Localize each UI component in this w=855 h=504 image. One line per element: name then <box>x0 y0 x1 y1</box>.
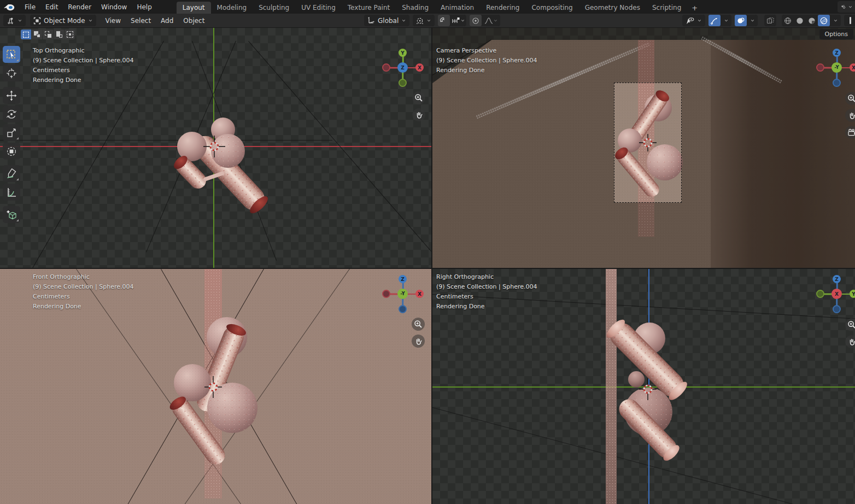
tab-shading[interactable]: Shading <box>396 2 435 14</box>
select-mode-intersect[interactable] <box>65 30 75 39</box>
scene-selector[interactable]: S <box>838 1 855 13</box>
gizmo-axis-x[interactable]: X <box>415 63 424 72</box>
show-gizmos-toggle[interactable] <box>708 15 721 26</box>
ribbon-object[interactable] <box>606 269 617 504</box>
gizmo-axis-x[interactable]: X <box>850 63 855 72</box>
gizmo-axis-y[interactable]: Y <box>399 49 407 57</box>
menu-select[interactable]: Select <box>126 15 156 26</box>
transform-orientation-dropdown[interactable]: Global <box>364 15 409 26</box>
blender-logo-icon[interactable] <box>3 3 15 11</box>
viewport-camera-perspective[interactable]: Camera Perspective (9) Scene Collection … <box>432 28 855 268</box>
pan-button[interactable] <box>845 335 855 348</box>
shading-material-button[interactable] <box>806 15 818 26</box>
viewport-divider-horizontal[interactable] <box>0 268 855 269</box>
tool-annotate[interactable] <box>3 165 20 182</box>
viewport-front-orthographic[interactable]: Front Orthographic (9) Scene Collection … <box>0 269 431 504</box>
gizmo-axis-z[interactable]: Z <box>399 275 407 283</box>
select-mode-invert[interactable] <box>54 30 64 39</box>
gizmo-axis-x-neg[interactable] <box>816 63 824 72</box>
editor-type-button[interactable] <box>3 15 26 26</box>
gizmo-axis-z[interactable]: Z <box>397 62 408 73</box>
menu-add[interactable]: Add <box>156 15 178 26</box>
tab-texture-paint[interactable]: Texture Paint <box>342 2 396 14</box>
gizmo-axis-y[interactable]: Y <box>850 290 855 298</box>
gizmo-axis-z[interactable]: Z <box>833 275 841 283</box>
pan-button[interactable] <box>412 335 425 348</box>
magnifier-plus-icon <box>847 94 855 103</box>
tab-animation[interactable]: Animation <box>435 2 480 14</box>
tool-select-box[interactable] <box>3 46 20 63</box>
tool-move[interactable] <box>3 87 20 104</box>
show-overlays-toggle[interactable] <box>735 15 747 26</box>
nav-gizmo[interactable]: Y X Z <box>382 47 424 89</box>
tab-scripting[interactable]: Scripting <box>646 2 687 14</box>
zoom-button[interactable] <box>845 318 855 331</box>
shading-dropdown[interactable] <box>830 15 841 26</box>
shading-solid-button[interactable] <box>794 15 806 26</box>
gizmo-axis-y-neg-center[interactable]: -Y <box>397 289 408 299</box>
menu-file[interactable]: File <box>20 2 40 13</box>
gizmo-axis-z-neg[interactable] <box>833 79 841 87</box>
pivot-point-dropdown[interactable] <box>413 15 435 26</box>
gizmo-axis-y-neg[interactable] <box>816 290 824 298</box>
snap-toggle[interactable] <box>438 15 450 26</box>
menu-help[interactable]: Help <box>132 2 156 13</box>
gizmos-dropdown[interactable] <box>721 15 731 26</box>
gizmo-axis-z-neg[interactable] <box>833 305 841 313</box>
cursor-3d <box>201 375 225 399</box>
select-mode-new[interactable] <box>21 30 31 39</box>
viewport-top-orthographic[interactable]: Top Orthographic (9) Scene Collection | … <box>0 28 431 268</box>
menu-render[interactable]: Render <box>63 2 96 13</box>
gizmo-axis-y-neg[interactable] <box>399 79 407 87</box>
gizmo-axis-x-neg[interactable] <box>382 290 390 298</box>
pan-button[interactable] <box>412 108 425 121</box>
tab-modeling[interactable]: Modeling <box>211 2 253 14</box>
shading-wireframe-button[interactable] <box>782 15 794 26</box>
zoom-button[interactable] <box>412 318 425 331</box>
menu-window[interactable]: Window <box>96 2 132 13</box>
gizmo-axis-z-neg[interactable] <box>399 305 407 313</box>
viewport-right-orthographic[interactable]: Right Orthographic (9) Scene Collection … <box>432 269 855 504</box>
gizmo-axis-z[interactable]: Z <box>833 49 841 57</box>
tool-add-cube[interactable] <box>3 206 20 223</box>
tab-sculpting[interactable]: Sculpting <box>253 2 295 14</box>
overlays-dropdown[interactable] <box>747 15 758 26</box>
options-button[interactable]: Options <box>819 29 853 39</box>
gizmo-axis-y-neg-center[interactable]: -Y <box>831 62 842 73</box>
zoom-button[interactable] <box>845 92 855 105</box>
nav-gizmo[interactable]: Z X -Y <box>816 47 855 89</box>
tool-transform[interactable] <box>3 143 20 160</box>
gizmo-axis-x[interactable]: X <box>415 290 424 298</box>
menu-view[interactable]: View <box>101 15 126 26</box>
nav-gizmo[interactable]: Z X -Y <box>382 273 424 315</box>
tab-uv-editing[interactable]: UV Editing <box>295 2 342 14</box>
add-workspace-button[interactable]: + <box>687 2 702 14</box>
tab-geometry-nodes[interactable]: Geometry Nodes <box>579 2 646 14</box>
tool-measure[interactable] <box>3 184 20 201</box>
select-mode-subtract[interactable] <box>43 30 53 39</box>
xray-toggle[interactable] <box>764 15 776 26</box>
viewport-divider-vertical[interactable] <box>431 28 432 504</box>
mode-dropdown[interactable]: Object Mode <box>30 15 96 26</box>
object-visibility-dropdown[interactable] <box>682 15 705 26</box>
shading-rendered-button[interactable] <box>818 15 830 26</box>
tab-layout[interactable]: Layout <box>177 2 211 14</box>
tool-cursor[interactable] <box>3 65 20 81</box>
gizmo-axis-x-neg[interactable] <box>382 63 390 72</box>
camera-frame[interactable] <box>614 83 682 203</box>
menu-edit[interactable]: Edit <box>40 2 63 13</box>
proportional-falloff-dropdown[interactable] <box>482 15 500 26</box>
proportional-edit-toggle[interactable] <box>470 15 482 26</box>
camera-view-button[interactable] <box>845 126 855 139</box>
menu-object[interactable]: Object <box>178 15 209 26</box>
pan-button[interactable] <box>845 109 855 122</box>
tool-scale[interactable] <box>3 124 20 141</box>
select-mode-extend[interactable] <box>32 30 42 39</box>
zoom-button[interactable] <box>412 91 425 104</box>
gizmo-axis-x-center[interactable]: X <box>831 289 842 299</box>
tab-compositing[interactable]: Compositing <box>525 2 578 14</box>
tool-rotate[interactable] <box>3 106 20 122</box>
nav-gizmo[interactable]: Z Y X <box>816 273 855 315</box>
snap-settings-dropdown[interactable] <box>450 15 466 26</box>
tab-rendering[interactable]: Rendering <box>480 2 525 14</box>
